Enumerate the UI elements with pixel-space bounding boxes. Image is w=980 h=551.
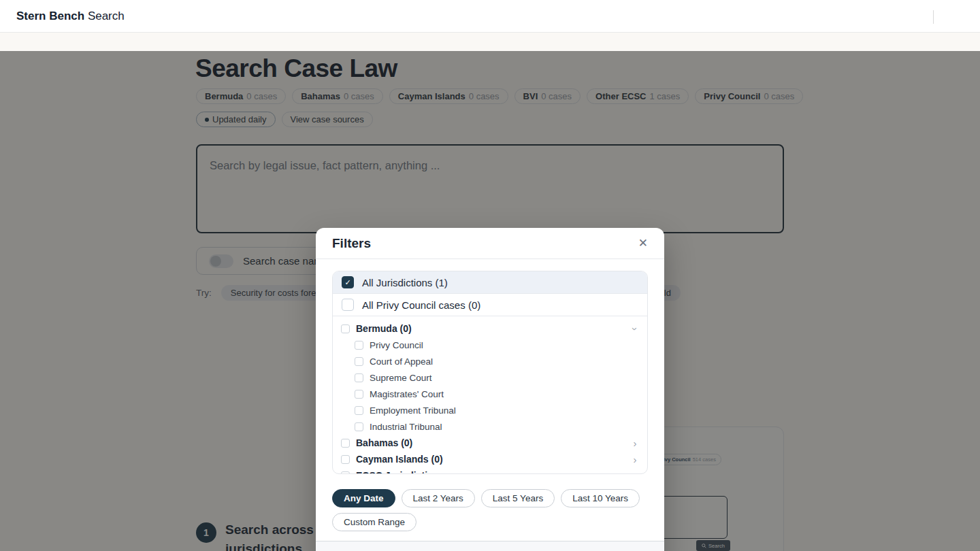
date-filter-last-2-years[interactable]: Last 2 Years [402, 489, 475, 507]
checkbox-unchecked[interactable] [342, 299, 354, 311]
filter-row-all-jurisdictions[interactable]: ✓ All Jurisdictions (1) [333, 271, 647, 294]
brand-bold: Stern Bench [16, 10, 84, 22]
filters-modal: Filters ✕ ✓ All Jurisdictions (1) All Pr… [316, 228, 664, 551]
tree-row-bermuda-court-of-appeal[interactable]: Court of Appeal [333, 353, 647, 369]
tree-row-label: Bahamas (0) [356, 437, 412, 448]
tree-row-ecsc-jurisdictions[interactable]: ECSC Jurisdictions [333, 467, 647, 474]
tree-row-cayman-islands[interactable]: Cayman Islands (0) › [333, 451, 647, 467]
filters-title: Filters [332, 236, 371, 251]
checkbox-unchecked[interactable] [355, 390, 363, 399]
tree-row-label: ECSC Jurisdictions [356, 470, 444, 474]
brand-light: Search [88, 10, 125, 22]
filter-row-all-privy-council[interactable]: All Privy Council cases (0) [333, 294, 647, 316]
checkbox-unchecked[interactable] [341, 324, 350, 333]
tree-row-label: Magistrates' Court [370, 389, 444, 399]
app-screen: Stern Bench Search Search Case Law Bermu… [0, 0, 980, 551]
tree-row-bahamas[interactable]: Bahamas (0) › [333, 435, 647, 451]
checkbox-unchecked[interactable] [341, 471, 350, 475]
jurisdiction-list: ✓ All Jurisdictions (1) All Privy Counci… [332, 271, 648, 474]
checkbox-unchecked[interactable] [355, 341, 363, 350]
checkbox-unchecked[interactable] [355, 357, 363, 366]
tree-row-bermuda-magistrates-court[interactable]: Magistrates' Court [333, 386, 647, 402]
tree-row-label: Court of Appeal [370, 356, 433, 367]
checkbox-checked-icon[interactable]: ✓ [342, 276, 354, 288]
date-filter-row-1: Any Date Last 2 Years Last 5 Years Last … [332, 489, 648, 507]
filters-modal-body: ✓ All Jurisdictions (1) All Privy Counci… [316, 259, 664, 531]
filter-row-label: All Jurisdictions (1) [362, 277, 448, 288]
tree-row-label: Supreme Court [370, 373, 432, 383]
tree-row-label: Cayman Islands (0) [356, 454, 443, 465]
check-icon: ✓ [344, 278, 350, 287]
top-header: Stern Bench Search [0, 0, 980, 33]
tree-row-label: Bermuda (0) [356, 323, 412, 334]
tree-row-label: Industrial Tribunal [370, 422, 442, 432]
chevron-down-icon[interactable]: › [630, 324, 640, 333]
date-filter-last-10-years[interactable]: Last 10 Years [561, 489, 640, 507]
brand-logo[interactable]: Stern Bench Search [16, 10, 125, 23]
tree-row-label: Privy Council [370, 340, 423, 350]
tree-row-label: Employment Tribunal [370, 405, 456, 416]
date-filter-any-date[interactable]: Any Date [332, 489, 395, 507]
date-filter-custom-range[interactable]: Custom Range [332, 513, 416, 531]
chevron-right-icon[interactable]: › [631, 438, 639, 448]
checkbox-unchecked[interactable] [341, 439, 350, 448]
sub-header-bar [0, 33, 980, 51]
checkbox-unchecked[interactable] [355, 373, 363, 382]
date-filter-last-5-years[interactable]: Last 5 Years [481, 489, 555, 507]
filters-modal-footer [316, 541, 664, 551]
filter-row-label: All Privy Council cases (0) [362, 299, 480, 311]
date-filter-row-2: Custom Range [332, 513, 648, 531]
close-icon[interactable]: ✕ [638, 237, 648, 249]
checkbox-unchecked[interactable] [355, 406, 363, 415]
tree-row-bermuda-employment-tribunal[interactable]: Employment Tribunal [333, 402, 647, 418]
filters-modal-header: Filters ✕ [316, 228, 664, 259]
chevron-right-icon[interactable]: › [631, 454, 639, 465]
header-divider [933, 10, 934, 24]
tree-row-bermuda-industrial-tribunal[interactable]: Industrial Tribunal [333, 418, 647, 435]
tree-row-bermuda-supreme-court[interactable]: Supreme Court [333, 369, 647, 386]
tree-row-bermuda[interactable]: Bermuda (0) › [333, 320, 647, 337]
checkbox-unchecked[interactable] [355, 422, 363, 431]
tree-row-bermuda-privy-council[interactable]: Privy Council [333, 337, 647, 353]
jurisdiction-tree: Bermuda (0) › Privy Council Court of App… [333, 316, 647, 474]
checkbox-unchecked[interactable] [341, 455, 350, 464]
